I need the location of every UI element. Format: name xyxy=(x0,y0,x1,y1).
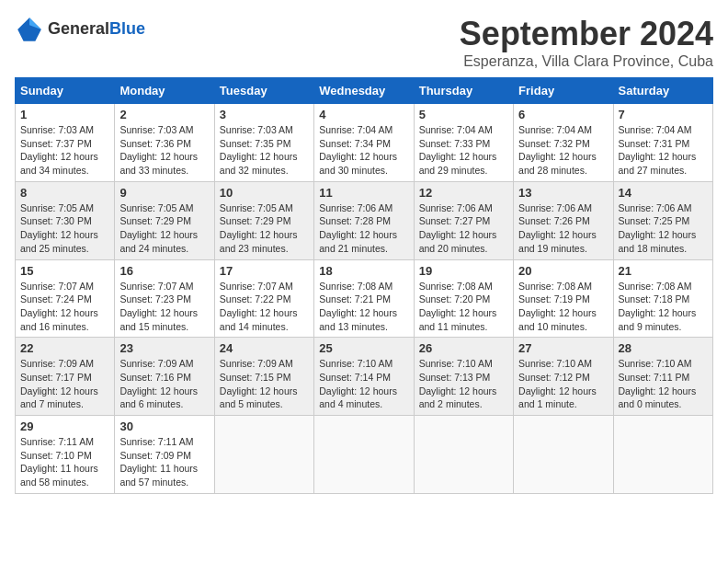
day-number: 10 xyxy=(220,186,309,200)
day-info: Sunrise: 7:08 AM Sunset: 7:20 PM Dayligh… xyxy=(419,280,508,334)
table-row: 12Sunrise: 7:06 AM Sunset: 7:27 PM Dayli… xyxy=(414,181,513,259)
day-info: Sunrise: 7:10 AM Sunset: 7:12 PM Dayligh… xyxy=(518,357,608,411)
day-number: 17 xyxy=(220,264,309,278)
col-sunday: Sunday xyxy=(16,78,115,104)
day-number: 18 xyxy=(319,264,408,278)
table-row: 6Sunrise: 7:04 AM Sunset: 7:32 PM Daylig… xyxy=(514,104,613,182)
title-area: September 2024 Esperanza, Villa Clara Pr… xyxy=(460,15,713,70)
calendar-week-row: 8Sunrise: 7:05 AM Sunset: 7:30 PM Daylig… xyxy=(16,181,713,259)
calendar-week-row: 15Sunrise: 7:07 AM Sunset: 7:24 PM Dayli… xyxy=(16,259,713,338)
day-number: 4 xyxy=(319,108,408,121)
col-friday: Friday xyxy=(514,78,613,104)
day-info: Sunrise: 7:11 AM Sunset: 7:10 PM Dayligh… xyxy=(20,435,109,489)
location-subtitle: Esperanza, Villa Clara Province, Cuba xyxy=(460,53,713,70)
table-row: 4Sunrise: 7:04 AM Sunset: 7:34 PM Daylig… xyxy=(314,104,414,182)
col-monday: Monday xyxy=(115,78,214,104)
day-number: 3 xyxy=(220,108,309,121)
day-number: 16 xyxy=(119,264,209,278)
col-thursday: Thursday xyxy=(414,78,513,104)
calendar-week-row: 29Sunrise: 7:11 AM Sunset: 7:10 PM Dayli… xyxy=(16,416,713,494)
day-info: Sunrise: 7:07 AM Sunset: 7:22 PM Dayligh… xyxy=(220,280,309,334)
day-info: Sunrise: 7:05 AM Sunset: 7:30 PM Dayligh… xyxy=(20,201,109,256)
day-number: 6 xyxy=(518,108,608,121)
day-info: Sunrise: 7:04 AM Sunset: 7:32 PM Dayligh… xyxy=(518,123,608,178)
table-row: 5Sunrise: 7:04 AM Sunset: 7:33 PM Daylig… xyxy=(414,104,513,182)
day-number: 28 xyxy=(619,341,708,355)
table-row: 23Sunrise: 7:09 AM Sunset: 7:16 PM Dayli… xyxy=(115,338,214,416)
day-info: Sunrise: 7:06 AM Sunset: 7:27 PM Dayligh… xyxy=(419,201,508,256)
table-row: 26Sunrise: 7:10 AM Sunset: 7:13 PM Dayli… xyxy=(414,338,513,416)
col-saturday: Saturday xyxy=(613,78,712,104)
day-info: Sunrise: 7:04 AM Sunset: 7:31 PM Dayligh… xyxy=(619,123,708,178)
day-info: Sunrise: 7:08 AM Sunset: 7:19 PM Dayligh… xyxy=(518,280,608,334)
table-row: 24Sunrise: 7:09 AM Sunset: 7:15 PM Dayli… xyxy=(214,338,313,416)
day-number: 27 xyxy=(518,341,608,355)
day-number: 7 xyxy=(619,108,708,121)
day-info: Sunrise: 7:05 AM Sunset: 7:29 PM Dayligh… xyxy=(220,201,309,256)
table-row: 17Sunrise: 7:07 AM Sunset: 7:22 PM Dayli… xyxy=(214,259,313,338)
day-number: 14 xyxy=(619,186,708,200)
day-info: Sunrise: 7:04 AM Sunset: 7:33 PM Dayligh… xyxy=(419,123,508,178)
table-row: 7Sunrise: 7:04 AM Sunset: 7:31 PM Daylig… xyxy=(613,104,712,182)
logo-icon xyxy=(15,15,44,44)
day-info: Sunrise: 7:05 AM Sunset: 7:29 PM Dayligh… xyxy=(119,201,209,256)
day-number: 25 xyxy=(319,341,408,355)
table-row: 1Sunrise: 7:03 AM Sunset: 7:37 PM Daylig… xyxy=(16,104,115,182)
table-row: 18Sunrise: 7:08 AM Sunset: 7:21 PM Dayli… xyxy=(314,259,414,338)
day-info: Sunrise: 7:09 AM Sunset: 7:15 PM Dayligh… xyxy=(220,357,309,411)
day-number: 21 xyxy=(619,264,708,278)
day-number: 5 xyxy=(419,108,508,121)
month-title: September 2024 xyxy=(460,15,713,53)
day-number: 2 xyxy=(119,108,209,121)
calendar-week-row: 22Sunrise: 7:09 AM Sunset: 7:17 PM Dayli… xyxy=(16,338,713,416)
day-info: Sunrise: 7:07 AM Sunset: 7:24 PM Dayligh… xyxy=(20,280,109,334)
table-row: 20Sunrise: 7:08 AM Sunset: 7:19 PM Dayli… xyxy=(514,259,613,338)
table-row: 22Sunrise: 7:09 AM Sunset: 7:17 PM Dayli… xyxy=(16,338,115,416)
table-row: 3Sunrise: 7:03 AM Sunset: 7:35 PM Daylig… xyxy=(214,104,313,182)
table-row xyxy=(514,416,613,494)
day-number: 22 xyxy=(20,341,109,355)
table-row: 8Sunrise: 7:05 AM Sunset: 7:30 PM Daylig… xyxy=(16,181,115,259)
table-row: 28Sunrise: 7:10 AM Sunset: 7:11 PM Dayli… xyxy=(613,338,712,416)
day-info: Sunrise: 7:10 AM Sunset: 7:14 PM Dayligh… xyxy=(319,357,408,411)
table-row: 30Sunrise: 7:11 AM Sunset: 7:09 PM Dayli… xyxy=(115,416,214,494)
day-info: Sunrise: 7:08 AM Sunset: 7:21 PM Dayligh… xyxy=(319,280,408,334)
day-number: 19 xyxy=(419,264,508,278)
day-info: Sunrise: 7:06 AM Sunset: 7:28 PM Dayligh… xyxy=(319,201,408,256)
day-number: 26 xyxy=(419,341,508,355)
table-row: 21Sunrise: 7:08 AM Sunset: 7:18 PM Dayli… xyxy=(613,259,712,338)
day-info: Sunrise: 7:06 AM Sunset: 7:26 PM Dayligh… xyxy=(518,201,608,256)
day-info: Sunrise: 7:03 AM Sunset: 7:36 PM Dayligh… xyxy=(119,123,209,178)
day-info: Sunrise: 7:07 AM Sunset: 7:23 PM Dayligh… xyxy=(119,280,209,334)
day-number: 24 xyxy=(220,341,309,355)
table-row: 13Sunrise: 7:06 AM Sunset: 7:26 PM Dayli… xyxy=(514,181,613,259)
day-number: 23 xyxy=(119,341,209,355)
day-info: Sunrise: 7:03 AM Sunset: 7:35 PM Dayligh… xyxy=(220,123,309,178)
calendar-header-row: Sunday Monday Tuesday Wednesday Thursday… xyxy=(16,78,713,104)
day-info: Sunrise: 7:04 AM Sunset: 7:34 PM Dayligh… xyxy=(319,123,408,178)
day-info: Sunrise: 7:09 AM Sunset: 7:16 PM Dayligh… xyxy=(119,357,209,411)
day-info: Sunrise: 7:03 AM Sunset: 7:37 PM Dayligh… xyxy=(20,123,109,178)
day-info: Sunrise: 7:06 AM Sunset: 7:25 PM Dayligh… xyxy=(619,201,708,256)
day-number: 13 xyxy=(518,186,608,200)
table-row: 27Sunrise: 7:10 AM Sunset: 7:12 PM Dayli… xyxy=(514,338,613,416)
day-number: 20 xyxy=(518,264,608,278)
table-row: 11Sunrise: 7:06 AM Sunset: 7:28 PM Dayli… xyxy=(314,181,414,259)
day-info: Sunrise: 7:09 AM Sunset: 7:17 PM Dayligh… xyxy=(20,357,109,411)
day-info: Sunrise: 7:08 AM Sunset: 7:18 PM Dayligh… xyxy=(619,280,708,334)
table-row xyxy=(314,416,414,494)
table-row: 15Sunrise: 7:07 AM Sunset: 7:24 PM Dayli… xyxy=(16,259,115,338)
calendar-week-row: 1Sunrise: 7:03 AM Sunset: 7:37 PM Daylig… xyxy=(16,104,713,182)
table-row: 19Sunrise: 7:08 AM Sunset: 7:20 PM Dayli… xyxy=(414,259,513,338)
logo-text-general: General xyxy=(48,19,109,38)
day-number: 11 xyxy=(319,186,408,200)
table-row: 29Sunrise: 7:11 AM Sunset: 7:10 PM Dayli… xyxy=(16,416,115,494)
day-number: 29 xyxy=(20,419,109,433)
table-row xyxy=(214,416,313,494)
day-number: 12 xyxy=(419,186,508,200)
table-row xyxy=(414,416,513,494)
logo: GeneralBlue xyxy=(15,15,145,44)
table-row: 9Sunrise: 7:05 AM Sunset: 7:29 PM Daylig… xyxy=(115,181,214,259)
header: GeneralBlue September 2024 Esperanza, Vi… xyxy=(15,15,713,70)
calendar-table: Sunday Monday Tuesday Wednesday Thursday… xyxy=(15,77,713,494)
